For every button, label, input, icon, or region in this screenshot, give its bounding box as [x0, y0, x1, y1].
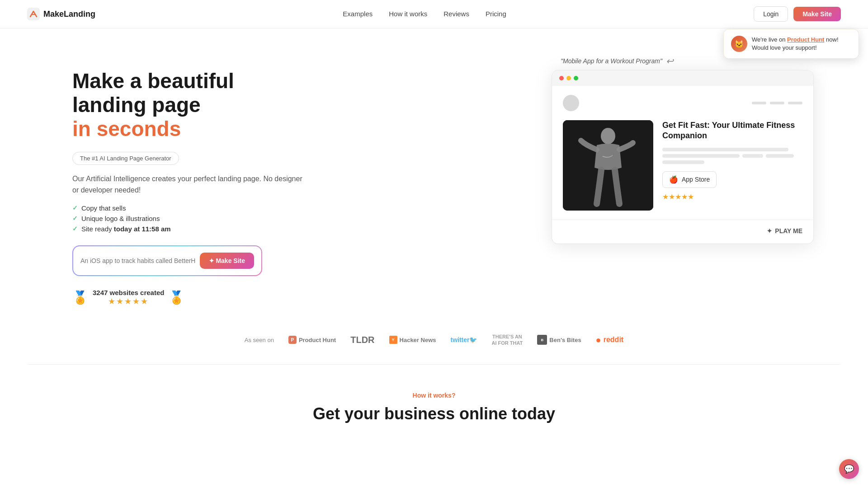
- reddit-label: reddit: [604, 336, 623, 344]
- bens-bites-icon: B: [537, 335, 547, 345]
- fitness-silhouette: [563, 120, 653, 211]
- hero-section: Make a beautiful landing page in seconds…: [0, 28, 868, 324]
- logo[interactable]: MakeLanding: [27, 8, 95, 20]
- make-site-nav-button[interactable]: Make Site: [793, 7, 841, 21]
- make-site-cta-button[interactable]: ✦ Make Site: [200, 253, 254, 269]
- nav-how-it-works[interactable]: How it works: [389, 10, 427, 18]
- brand-twitter[interactable]: twitter🐦: [450, 336, 477, 343]
- hero-badge: The #1 AI Landing Page Generator: [72, 152, 179, 165]
- preview-hero-image: [563, 120, 653, 211]
- feature-label-1: Copy that sells: [81, 204, 126, 212]
- brand-product-hunt[interactable]: P Product Hunt: [288, 336, 336, 344]
- make-site-cta-label: ✦ Make Site: [209, 257, 245, 264]
- prompt-text: "Mobile App for a Workout Program": [561, 57, 662, 65]
- browser-content: Get Fit Fast: Your Ultimate Fitness Comp…: [552, 86, 813, 220]
- app-store-button[interactable]: 🍎 App Store: [662, 171, 717, 188]
- login-button[interactable]: Login: [754, 6, 788, 22]
- nav-pricing[interactable]: Pricing: [486, 10, 506, 18]
- feature-label-2: Unique logo & illustrations: [81, 215, 160, 222]
- check-icon-3: ✓: [72, 225, 78, 232]
- text-bar-row-1: [662, 154, 802, 158]
- as-seen-label: As seen on: [245, 337, 274, 343]
- reddit-icon: ●: [596, 335, 601, 345]
- hero-title-line1: Make a beautiful landing page: [72, 69, 234, 117]
- feature-list: ✓ Copy that sells ✓ Unique logo & illust…: [72, 204, 307, 233]
- brand-tldr[interactable]: TLDR: [350, 335, 374, 345]
- logo-icon: [27, 8, 40, 20]
- stars: ★★★★★: [93, 296, 164, 306]
- hacker-news-label: Hacker News: [400, 337, 436, 343]
- svg-point-2: [601, 128, 615, 144]
- play-section: ✦ PLAY ME: [552, 220, 813, 244]
- nav-bar-3: [788, 102, 802, 104]
- play-me-button[interactable]: ✦ PLAY ME: [767, 227, 802, 235]
- hero-left: Make a beautiful landing page in seconds…: [72, 56, 307, 306]
- navbar-actions: Login Make Site: [754, 6, 841, 22]
- logo-text: MakeLanding: [43, 9, 95, 19]
- hero-description: Our Artificial Intelligence creates your…: [72, 173, 307, 196]
- nav-bar-1: [752, 102, 766, 104]
- text-bar-1: [662, 148, 788, 151]
- stats-count: 3247 websites created: [93, 289, 164, 296]
- browser-dot-yellow: [566, 76, 571, 80]
- preview-logo: [563, 95, 579, 111]
- play-me-icon: ✦: [767, 227, 772, 235]
- preview-text-content: Get Fit Fast: Your Ultimate Fitness Comp…: [662, 120, 802, 211]
- browser-bar: [552, 70, 813, 86]
- laurel-left-icon: 🏅: [72, 290, 88, 305]
- nav-reviews[interactable]: Reviews: [443, 10, 469, 18]
- twitter-label: twitter🐦: [450, 336, 477, 343]
- nav-links: Examples How it works Reviews Pricing: [343, 10, 506, 18]
- hero-title: Make a beautiful landing page in seconds: [72, 69, 307, 141]
- hero-title-accent: in seconds: [72, 117, 181, 141]
- brand-reddit[interactable]: ● reddit: [596, 335, 624, 345]
- how-it-works-title: Get your business online today: [27, 404, 841, 423]
- cta-box: ✦ Make Site: [72, 245, 262, 276]
- brand-there-is-ai[interactable]: THERE'S ANAI FOR THAT: [491, 333, 523, 347]
- check-icon-2: ✓: [72, 215, 78, 222]
- browser-dot-green: [574, 76, 578, 80]
- ph-notif-avatar: 🐱: [731, 36, 747, 52]
- text-bar-sm-3: [766, 154, 794, 158]
- play-me-label: PLAY ME: [775, 227, 802, 235]
- check-icon-1: ✓: [72, 204, 78, 211]
- stats-row: 🏅 3247 websites created ★★★★★ 🏅: [72, 289, 307, 306]
- product-hunt-icon: P: [288, 336, 297, 344]
- preview-page-header: [563, 95, 802, 111]
- cta-input[interactable]: [80, 257, 195, 264]
- product-hunt-label: Product Hunt: [299, 337, 336, 343]
- laurel-right-icon: 🏅: [169, 290, 184, 305]
- text-bar-sm-2: [742, 154, 764, 158]
- preview-stars: ★★★★★: [662, 192, 802, 201]
- preview-nav-bars: [752, 102, 802, 104]
- ph-notif-before: We're live on: [752, 36, 787, 43]
- preview-page-title: Get Fit Fast: Your Ultimate Fitness Comp…: [662, 120, 802, 141]
- how-it-works-section: How it works? Get your business online t…: [0, 365, 868, 441]
- prompt-arrow-icon: ↩: [666, 56, 674, 66]
- as-seen-on-section: As seen on P Product Hunt TLDR Y Hacker …: [0, 324, 868, 365]
- browser-dot-red: [559, 76, 564, 80]
- ph-notif-text: We're live on Product Hunt now! Would lo…: [752, 36, 851, 52]
- brand-bens-bites[interactable]: B Ben's Bites: [537, 335, 581, 345]
- there-is-ai-label: THERE'S ANAI FOR THAT: [491, 333, 523, 347]
- nav-bar-2: [770, 102, 784, 104]
- text-bar-2: [662, 160, 704, 164]
- navbar: MakeLanding Examples How it works Review…: [0, 0, 868, 28]
- hero-right: "Mobile App for a Workout Program" ↩: [552, 56, 814, 244]
- brand-hacker-news[interactable]: Y Hacker News: [389, 336, 436, 344]
- ph-notif-link[interactable]: Product Hunt: [787, 36, 824, 43]
- preview-page-body: Get Fit Fast: Your Ultimate Fitness Comp…: [563, 120, 802, 211]
- tldr-label: TLDR: [350, 335, 374, 345]
- how-it-works-label: How it works?: [27, 392, 841, 399]
- ph-notification: 🐱 We're live on Product Hunt now! Would …: [723, 29, 859, 59]
- nav-examples[interactable]: Examples: [343, 10, 373, 18]
- feature-item-2: ✓ Unique logo & illustrations: [72, 215, 307, 222]
- text-bar-sm-1: [662, 154, 740, 158]
- app-store-label: App Store: [682, 176, 710, 183]
- bens-bites-label: Ben's Bites: [549, 337, 581, 343]
- apple-icon: 🍎: [669, 175, 678, 184]
- hacker-news-icon: Y: [389, 336, 397, 344]
- browser-window: Get Fit Fast: Your Ultimate Fitness Comp…: [552, 70, 814, 244]
- feature-item-1: ✓ Copy that sells: [72, 204, 307, 212]
- feature-item-3: ✓ Site ready today at 11:58 am: [72, 225, 307, 233]
